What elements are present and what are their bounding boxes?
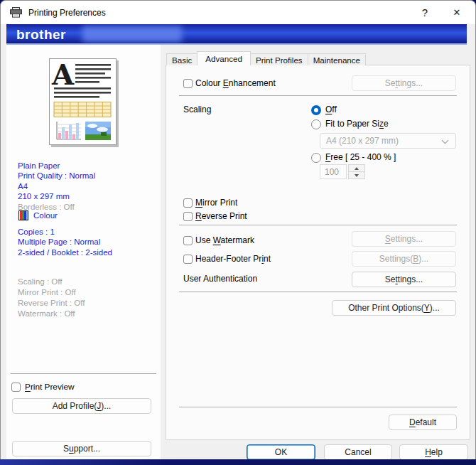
add-profile-button[interactable]: Add Profile(J)...	[12, 398, 151, 414]
document-preview-image: A	[50, 59, 116, 144]
section-divider-3	[179, 292, 457, 292]
spinner-up-button[interactable]	[348, 164, 365, 172]
printing-preferences-dialog: Printing Preferences ? ✕ brother A	[0, 0, 476, 459]
header-footer-label: Header-Footer Print	[195, 254, 271, 264]
scaling-free-label: Free [ 25 - 400 % ]	[325, 152, 396, 162]
use-watermark-label: Use Watermark	[195, 235, 254, 245]
settings-summary-panel: A	[6, 45, 161, 459]
summary-paper-dimensions: 210 x 297 mm	[18, 191, 70, 202]
scaling-fit-radio[interactable]	[311, 119, 321, 129]
background-strip	[0, 459, 476, 465]
dialog-body: A	[1, 45, 475, 459]
summary-reverse-print: Reverse Print : Off	[18, 298, 85, 309]
window-title: Printing Preferences	[28, 8, 106, 18]
spinner-down-button[interactable]	[348, 172, 365, 179]
help-titlebar-button[interactable]: ?	[411, 1, 439, 24]
user-authentication-label: User Authentication	[183, 274, 257, 284]
cancel-button[interactable]: Cancel	[324, 444, 392, 459]
mirror-print-checkbox[interactable]	[183, 198, 193, 208]
tab-maintenance[interactable]: Maintenance	[308, 53, 366, 65]
scaling-free-radio[interactable]	[311, 153, 321, 163]
colour-mode-icon	[18, 210, 28, 220]
summary-media-type: Plain Paper	[18, 161, 60, 171]
section-divider-1	[179, 95, 457, 96]
mirror-print-label: Mirror Print	[195, 198, 237, 208]
sidebar-divider	[11, 373, 156, 374]
summary-two-sided: 2-sided / Booklet : 2-sided	[18, 247, 112, 258]
watermark-settings-button[interactable]: Settings...	[352, 231, 456, 247]
summary-mirror-print: Mirror Print : Off	[18, 287, 76, 298]
scaling-off-label: Off	[325, 105, 337, 114]
colour-enhancement-label: Colour Enhancement	[195, 78, 276, 88]
summary-colour-row: Colour	[18, 210, 58, 221]
other-print-options-button[interactable]: Other Print Options(Y)...	[332, 300, 456, 316]
support-button[interactable]: Support...	[12, 441, 151, 456]
section-divider-4	[179, 407, 457, 407]
scaling-off-radio[interactable]	[311, 105, 321, 115]
ok-button[interactable]: OK	[247, 444, 315, 459]
tab-print-profiles[interactable]: Print Profiles	[250, 53, 308, 65]
paper-size-select[interactable]: A4 (210 x 297 mm)	[320, 133, 456, 149]
summary-scaling: Scaling : Off	[18, 277, 62, 287]
svg-text:A: A	[51, 59, 75, 91]
colour-enhancement-settings-button[interactable]: Settings...	[352, 75, 456, 91]
screen: Printing Preferences ? ✕ brother A	[0, 0, 476, 465]
user-authentication-settings-button[interactable]: Settings...	[352, 272, 456, 287]
brother-logo: brother	[16, 27, 66, 43]
close-icon[interactable]: ✕	[443, 1, 471, 24]
tab-bar: Basic Advanced Print Profiles Maintenanc…	[166, 51, 365, 65]
section-divider-2	[179, 225, 457, 225]
print-preview-checkbox[interactable]	[11, 383, 21, 392]
chevron-down-icon	[442, 137, 449, 144]
header-footer-checkbox[interactable]	[183, 255, 193, 264]
reverse-print-label: Reverse Print	[195, 211, 247, 221]
summary-copies: Copies : 1	[18, 227, 55, 237]
brand-banner: brother	[6, 24, 467, 45]
free-percent-spinner: 100	[320, 164, 365, 179]
summary-print-quality: Print Quality : Normal	[18, 171, 95, 181]
colour-enhancement-checkbox[interactable]	[183, 79, 193, 88]
summary-colour-label: Colour	[33, 210, 58, 221]
document-preview: A	[49, 58, 117, 145]
summary-paper-size: A4	[18, 181, 28, 192]
advanced-tab-panel: Colour Enhancement Settings... Scaling O…	[166, 65, 470, 440]
summary-multiple-page: Multiple Page : Normal	[18, 237, 100, 247]
help-button[interactable]: Help	[399, 444, 468, 459]
scaling-fit-label: Fit to Paper Size	[325, 119, 389, 129]
use-watermark-checkbox[interactable]	[183, 236, 193, 245]
tab-basic[interactable]: Basic	[166, 53, 198, 65]
free-percent-input[interactable]: 100	[320, 164, 347, 179]
summary-watermark: Watermark : Off	[18, 309, 75, 319]
header-footer-settings-button[interactable]: Settings(B)...	[352, 251, 456, 267]
printer-model-redacted	[82, 26, 182, 42]
default-button[interactable]: Default	[389, 415, 457, 430]
print-preview-label: Print Preview	[25, 382, 75, 392]
paper-size-value: A4 (210 x 297 mm)	[326, 136, 399, 146]
title-bar: Printing Preferences ? ✕	[1, 1, 475, 24]
printer-icon	[10, 7, 22, 18]
scaling-label: Scaling	[183, 105, 211, 114]
reverse-print-checkbox[interactable]	[183, 212, 193, 221]
tab-advanced[interactable]: Advanced	[197, 51, 251, 65]
